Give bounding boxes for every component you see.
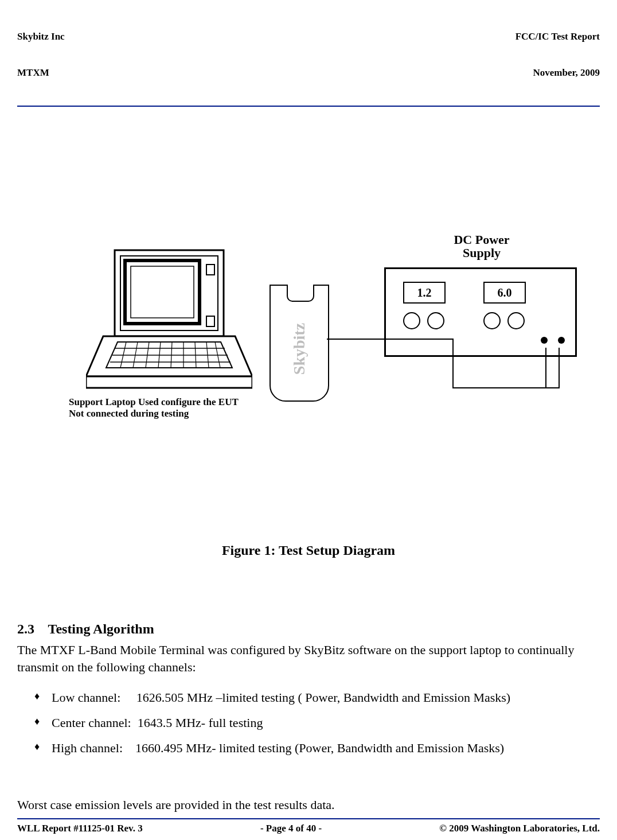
figure-title: Figure 1: Test Setup Diagram	[17, 543, 600, 558]
psu-display-2: 6.0	[483, 282, 526, 304]
section-number: 2.3	[17, 621, 34, 636]
psu-jack	[558, 337, 565, 344]
svg-rect-4	[206, 265, 214, 275]
svg-marker-7	[86, 376, 252, 388]
laptop-icon	[86, 244, 252, 394]
footer-report-id: WLL Report #11125-01 Rev. 3	[17, 823, 143, 834]
psu-display-1: 1.2	[403, 282, 446, 304]
psu-caption-l2: Supply	[424, 246, 539, 259]
psu-knob	[427, 312, 444, 329]
page-header: Skybitz Inc MTXM FCC/IC Test Report Nove…	[17, 6, 600, 103]
device-label: Skybitz	[290, 323, 308, 375]
psu-knob	[507, 312, 525, 329]
header-company: Skybitz Inc	[17, 30, 65, 42]
psu-knob	[483, 312, 501, 329]
laptop-caption-l1: Support Laptop Used configure the EUT	[69, 396, 239, 408]
section-heading: 2.3 Testing Algorithm	[17, 621, 600, 637]
footer-page-number: - Page 4 of 40 -	[260, 823, 322, 834]
footer-rule	[17, 818, 600, 819]
psu-caption: DC Power Supply	[424, 233, 539, 259]
section-title: Testing Algorithm	[48, 621, 154, 636]
device-notch	[287, 285, 314, 302]
closing-paragraph: Worst case emission levels are provided …	[17, 796, 600, 814]
eut-device: Skybitz	[270, 285, 329, 402]
dc-power-supply: 1.2 6.0	[384, 267, 577, 357]
svg-rect-5	[206, 316, 214, 326]
footer-copyright: © 2009 Washington Laboratories, Ltd.	[439, 823, 600, 834]
test-setup-diagram: Skybitz DC Power Supply 1.2 6.0 Support …	[52, 210, 600, 451]
page-footer: WLL Report #11125-01 Rev. 3 - Page 4 of …	[17, 818, 600, 834]
header-date: November, 2009	[516, 67, 600, 79]
psu-jack	[541, 337, 548, 344]
laptop-caption-l2: Not connected during testing	[69, 408, 239, 419]
laptop-caption: Support Laptop Used configure the EUT No…	[69, 396, 239, 420]
header-report-type: FCC/IC Test Report	[516, 30, 600, 42]
list-item: Center channel: 1643.5 MHz- full testing	[52, 714, 600, 732]
svg-rect-3	[131, 266, 194, 318]
channel-list: Low channel: 1626.505 MHz –limited testi…	[17, 681, 600, 764]
psu-caption-l1: DC Power	[424, 233, 539, 246]
header-model: MTXM	[17, 67, 65, 79]
psu-knob	[403, 312, 420, 329]
header-rule	[17, 106, 600, 107]
intro-paragraph: The MTXF L-Band Mobile Terminal was conf…	[17, 641, 600, 675]
list-item: Low channel: 1626.505 MHz –limited testi…	[52, 689, 600, 706]
list-item: High channel: 1660.495 MHz- limited test…	[52, 740, 600, 757]
